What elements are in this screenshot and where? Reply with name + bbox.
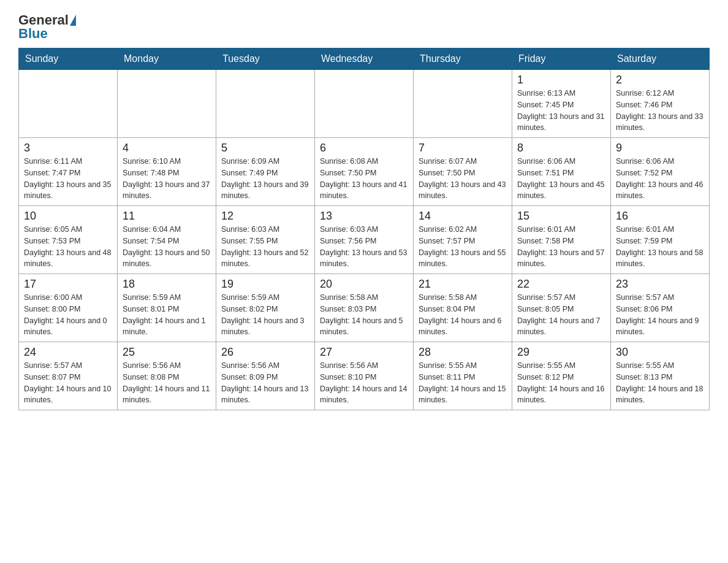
day-number: 22 bbox=[517, 278, 605, 291]
day-number: 25 bbox=[123, 346, 211, 359]
day-number: 8 bbox=[517, 142, 605, 155]
calendar-cell: 28Sunrise: 5:55 AM Sunset: 8:11 PM Dayli… bbox=[414, 342, 512, 410]
day-info: Sunrise: 6:06 AM Sunset: 7:51 PM Dayligh… bbox=[517, 156, 605, 202]
calendar-table: SundayMondayTuesdayWednesdayThursdayFrid… bbox=[18, 48, 710, 410]
day-number: 5 bbox=[221, 142, 309, 155]
day-number: 18 bbox=[123, 278, 211, 291]
week-row-1: 1Sunrise: 6:13 AM Sunset: 7:45 PM Daylig… bbox=[19, 70, 710, 138]
calendar-cell: 19Sunrise: 5:59 AM Sunset: 8:02 PM Dayli… bbox=[216, 274, 315, 342]
calendar-cell: 11Sunrise: 6:04 AM Sunset: 7:54 PM Dayli… bbox=[118, 206, 216, 274]
calendar-cell bbox=[315, 70, 414, 138]
calendar-cell: 8Sunrise: 6:06 AM Sunset: 7:51 PM Daylig… bbox=[512, 138, 611, 206]
calendar-cell: 16Sunrise: 6:01 AM Sunset: 7:59 PM Dayli… bbox=[611, 206, 710, 274]
calendar-cell: 21Sunrise: 5:58 AM Sunset: 8:04 PM Dayli… bbox=[414, 274, 512, 342]
day-number: 11 bbox=[123, 210, 211, 223]
day-number: 30 bbox=[616, 346, 704, 359]
calendar-cell: 27Sunrise: 5:56 AM Sunset: 8:10 PM Dayli… bbox=[315, 342, 414, 410]
day-number: 15 bbox=[517, 210, 605, 223]
calendar-cell: 6Sunrise: 6:08 AM Sunset: 7:50 PM Daylig… bbox=[315, 138, 414, 206]
column-header-thursday: Thursday bbox=[414, 48, 512, 70]
day-number: 26 bbox=[221, 346, 309, 359]
day-number: 6 bbox=[320, 142, 408, 155]
calendar-cell bbox=[216, 70, 315, 138]
day-info: Sunrise: 6:11 AM Sunset: 7:47 PM Dayligh… bbox=[24, 156, 112, 202]
day-info: Sunrise: 5:57 AM Sunset: 8:07 PM Dayligh… bbox=[24, 360, 112, 406]
day-number: 14 bbox=[419, 210, 507, 223]
column-header-wednesday: Wednesday bbox=[315, 48, 414, 70]
calendar-header-row: SundayMondayTuesdayWednesdayThursdayFrid… bbox=[19, 48, 710, 70]
day-info: Sunrise: 6:01 AM Sunset: 7:58 PM Dayligh… bbox=[517, 224, 605, 270]
calendar-cell: 5Sunrise: 6:09 AM Sunset: 7:49 PM Daylig… bbox=[216, 138, 315, 206]
day-info: Sunrise: 6:03 AM Sunset: 7:55 PM Dayligh… bbox=[221, 224, 309, 270]
calendar-cell bbox=[118, 70, 216, 138]
week-row-4: 17Sunrise: 6:00 AM Sunset: 8:00 PM Dayli… bbox=[19, 274, 710, 342]
day-info: Sunrise: 5:59 AM Sunset: 8:01 PM Dayligh… bbox=[123, 292, 211, 338]
column-header-monday: Monday bbox=[118, 48, 216, 70]
day-info: Sunrise: 5:55 AM Sunset: 8:11 PM Dayligh… bbox=[419, 360, 507, 406]
calendar-cell: 10Sunrise: 6:05 AM Sunset: 7:53 PM Dayli… bbox=[19, 206, 118, 274]
calendar-cell: 22Sunrise: 5:57 AM Sunset: 8:05 PM Dayli… bbox=[512, 274, 611, 342]
day-number: 7 bbox=[419, 142, 507, 155]
day-info: Sunrise: 6:07 AM Sunset: 7:50 PM Dayligh… bbox=[419, 156, 507, 202]
day-number: 21 bbox=[419, 278, 507, 291]
calendar-cell: 12Sunrise: 6:03 AM Sunset: 7:55 PM Dayli… bbox=[216, 206, 315, 274]
calendar-cell: 9Sunrise: 6:06 AM Sunset: 7:52 PM Daylig… bbox=[611, 138, 710, 206]
logo-blue-text: Blue bbox=[18, 26, 48, 42]
calendar-cell bbox=[19, 70, 118, 138]
day-info: Sunrise: 5:55 AM Sunset: 8:12 PM Dayligh… bbox=[517, 360, 605, 406]
calendar-cell: 18Sunrise: 5:59 AM Sunset: 8:01 PM Dayli… bbox=[118, 274, 216, 342]
day-info: Sunrise: 6:06 AM Sunset: 7:52 PM Dayligh… bbox=[616, 156, 704, 202]
day-number: 19 bbox=[221, 278, 309, 291]
logo-triangle-icon bbox=[70, 15, 76, 26]
day-info: Sunrise: 6:02 AM Sunset: 7:57 PM Dayligh… bbox=[419, 224, 507, 270]
day-number: 20 bbox=[320, 278, 408, 291]
calendar-cell: 29Sunrise: 5:55 AM Sunset: 8:12 PM Dayli… bbox=[512, 342, 611, 410]
day-info: Sunrise: 6:00 AM Sunset: 8:00 PM Dayligh… bbox=[24, 292, 112, 338]
week-row-5: 24Sunrise: 5:57 AM Sunset: 8:07 PM Dayli… bbox=[19, 342, 710, 410]
calendar-cell: 2Sunrise: 6:12 AM Sunset: 7:46 PM Daylig… bbox=[611, 70, 710, 138]
day-info: Sunrise: 5:58 AM Sunset: 8:04 PM Dayligh… bbox=[419, 292, 507, 338]
day-info: Sunrise: 5:56 AM Sunset: 8:08 PM Dayligh… bbox=[123, 360, 211, 406]
day-info: Sunrise: 6:03 AM Sunset: 7:56 PM Dayligh… bbox=[320, 224, 408, 270]
calendar-cell: 14Sunrise: 6:02 AM Sunset: 7:57 PM Dayli… bbox=[414, 206, 512, 274]
calendar-cell: 13Sunrise: 6:03 AM Sunset: 7:56 PM Dayli… bbox=[315, 206, 414, 274]
day-number: 4 bbox=[123, 142, 211, 155]
calendar-cell: 15Sunrise: 6:01 AM Sunset: 7:58 PM Dayli… bbox=[512, 206, 611, 274]
day-number: 29 bbox=[517, 346, 605, 359]
day-info: Sunrise: 6:05 AM Sunset: 7:53 PM Dayligh… bbox=[24, 224, 112, 270]
day-info: Sunrise: 5:57 AM Sunset: 8:06 PM Dayligh… bbox=[616, 292, 704, 338]
column-header-friday: Friday bbox=[512, 48, 611, 70]
day-info: Sunrise: 5:58 AM Sunset: 8:03 PM Dayligh… bbox=[320, 292, 408, 338]
day-info: Sunrise: 6:01 AM Sunset: 7:59 PM Dayligh… bbox=[616, 224, 704, 270]
day-number: 24 bbox=[24, 346, 112, 359]
day-info: Sunrise: 6:13 AM Sunset: 7:45 PM Dayligh… bbox=[517, 88, 605, 134]
calendar-cell: 30Sunrise: 5:55 AM Sunset: 8:13 PM Dayli… bbox=[611, 342, 710, 410]
day-number: 10 bbox=[24, 210, 112, 223]
day-info: Sunrise: 5:59 AM Sunset: 8:02 PM Dayligh… bbox=[221, 292, 309, 338]
day-number: 13 bbox=[320, 210, 408, 223]
calendar-cell: 23Sunrise: 5:57 AM Sunset: 8:06 PM Dayli… bbox=[611, 274, 710, 342]
calendar-cell: 1Sunrise: 6:13 AM Sunset: 7:45 PM Daylig… bbox=[512, 70, 611, 138]
column-header-saturday: Saturday bbox=[611, 48, 710, 70]
column-header-sunday: Sunday bbox=[19, 48, 118, 70]
week-row-3: 10Sunrise: 6:05 AM Sunset: 7:53 PM Dayli… bbox=[19, 206, 710, 274]
day-number: 27 bbox=[320, 346, 408, 359]
calendar-cell: 20Sunrise: 5:58 AM Sunset: 8:03 PM Dayli… bbox=[315, 274, 414, 342]
day-number: 17 bbox=[24, 278, 112, 291]
calendar-cell bbox=[414, 70, 512, 138]
day-number: 9 bbox=[616, 142, 704, 155]
day-number: 28 bbox=[419, 346, 507, 359]
day-info: Sunrise: 6:04 AM Sunset: 7:54 PM Dayligh… bbox=[123, 224, 211, 270]
column-header-tuesday: Tuesday bbox=[216, 48, 315, 70]
day-number: 3 bbox=[24, 142, 112, 155]
calendar-cell: 17Sunrise: 6:00 AM Sunset: 8:00 PM Dayli… bbox=[19, 274, 118, 342]
calendar-cell: 3Sunrise: 6:11 AM Sunset: 7:47 PM Daylig… bbox=[19, 138, 118, 206]
day-number: 16 bbox=[616, 210, 704, 223]
day-info: Sunrise: 5:56 AM Sunset: 8:09 PM Dayligh… bbox=[221, 360, 309, 406]
day-info: Sunrise: 6:10 AM Sunset: 7:48 PM Dayligh… bbox=[123, 156, 211, 202]
day-number: 23 bbox=[616, 278, 704, 291]
day-info: Sunrise: 5:55 AM Sunset: 8:13 PM Dayligh… bbox=[616, 360, 704, 406]
calendar-cell: 24Sunrise: 5:57 AM Sunset: 8:07 PM Dayli… bbox=[19, 342, 118, 410]
day-info: Sunrise: 6:08 AM Sunset: 7:50 PM Dayligh… bbox=[320, 156, 408, 202]
day-number: 1 bbox=[517, 74, 605, 86]
